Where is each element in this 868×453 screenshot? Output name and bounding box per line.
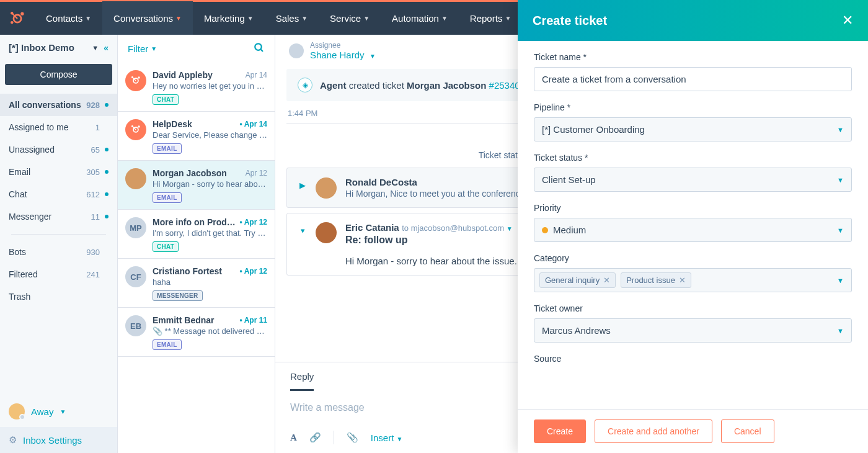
source-label: Source xyxy=(534,354,852,364)
folder-unassigned[interactable]: Unassigned65 xyxy=(0,138,117,161)
chevron-down-icon[interactable]: ▼ xyxy=(92,44,99,52)
folder-assigned-to-me[interactable]: Assigned to me1 xyxy=(0,116,117,138)
font-icon[interactable]: A xyxy=(290,433,297,443)
conversation-item[interactable]: Morgan JacobsonApr 12Hi Morgan - sorry t… xyxy=(118,161,275,210)
svg-point-1 xyxy=(20,12,24,15)
panel-title: Create ticket xyxy=(533,14,607,28)
remove-chip-icon[interactable]: ✕ xyxy=(679,276,686,285)
compose-button[interactable]: Compose xyxy=(5,64,112,85)
chevron-down-icon[interactable]: ▾ xyxy=(298,226,307,235)
pipeline-select[interactable]: [*] Customer Onboarding▼ xyxy=(534,117,852,141)
away-label: Away xyxy=(31,406,53,417)
channel-badge: CHAT xyxy=(153,94,179,105)
gear-icon: ⚙ xyxy=(9,434,17,446)
conversation-list: Filter ▼ David ApplebyApr 14Hey no worri… xyxy=(118,35,275,453)
channel-badge: EMAIL xyxy=(153,339,182,350)
search-icon[interactable] xyxy=(254,42,265,55)
chevron-down-icon: ▼ xyxy=(837,327,844,334)
nav-contacts[interactable]: Contacts ▼ xyxy=(35,1,102,36)
chevron-right-icon[interactable]: ▶ xyxy=(298,181,307,190)
remove-chip-icon[interactable]: ✕ xyxy=(603,276,610,285)
presence-away[interactable]: Away ▼ xyxy=(0,396,117,427)
nav-sales[interactable]: Sales ▼ xyxy=(265,1,319,36)
filter-dropdown[interactable]: Filter ▼ xyxy=(128,43,157,54)
ticket-name-label: Ticket name * xyxy=(534,52,852,62)
svg-point-4 xyxy=(11,12,13,14)
folder-email[interactable]: Email305 xyxy=(0,161,117,183)
chevron-down-icon: ▼ xyxy=(505,15,511,22)
owner-label: Ticket owner xyxy=(534,303,852,313)
category-select[interactable]: General inquiry ✕Product issue ✕▼ xyxy=(534,268,852,292)
inbox-settings[interactable]: ⚙ Inbox Settings xyxy=(0,427,117,453)
inbox-title[interactable]: [*] Inbox Demo xyxy=(9,42,87,53)
chevron-down-icon: ▼ xyxy=(837,176,844,184)
folder-chat[interactable]: Chat612 xyxy=(0,183,117,205)
hubspot-icon xyxy=(125,119,146,140)
create-button[interactable]: Create xyxy=(534,419,586,443)
folder-filtered[interactable]: Filtered241 xyxy=(0,263,117,285)
status-select[interactable]: Client Set-up▼ xyxy=(534,168,852,192)
link-icon[interactable]: 🔗 xyxy=(309,432,321,443)
sender-name: Eric Catania xyxy=(345,222,399,233)
contact-avatar: MP xyxy=(125,217,146,238)
collapse-icon[interactable]: « xyxy=(104,43,108,53)
owner-select[interactable]: Marcus Andrews▼ xyxy=(534,318,852,343)
insert-dropdown[interactable]: Insert ▼ xyxy=(371,433,403,443)
category-chip: Product issue ✕ xyxy=(621,272,691,288)
channel-badge: MESSENGER xyxy=(153,290,203,301)
chevron-down-icon: ▼ xyxy=(85,15,91,22)
nav-marketing[interactable]: Marketing ▼ xyxy=(193,1,265,36)
contact-avatar xyxy=(125,168,146,189)
chevron-down-icon: ▼ xyxy=(60,408,66,415)
sidebar: [*] Inbox Demo ▼ « Compose All conversat… xyxy=(0,35,118,453)
svg-line-6 xyxy=(260,49,263,52)
nav-automation[interactable]: Automation ▼ xyxy=(381,1,459,36)
folder-messenger[interactable]: Messenger11 xyxy=(0,205,117,228)
folder-bots[interactable]: Bots930 xyxy=(0,241,117,263)
reply-tab[interactable]: Reply xyxy=(290,371,314,391)
recipient[interactable]: to mjacobson@hubspot.com ▼ xyxy=(402,223,512,233)
assignee-avatar xyxy=(289,43,304,58)
chevron-down-icon: ▼ xyxy=(837,126,844,133)
ticket-name-input[interactable] xyxy=(534,67,852,91)
folder-all-conversations[interactable]: All conversations928 xyxy=(0,94,117,116)
channel-badge: CHAT xyxy=(153,241,179,252)
svg-point-12 xyxy=(138,125,140,127)
conversation-item[interactable]: MPMore info on Produ…• Apr 12I'm sorry, … xyxy=(118,210,275,259)
nav-reports[interactable]: Reports ▼ xyxy=(459,1,522,36)
conversation-item[interactable]: David ApplebyApr 14Hey no worries let ge… xyxy=(118,63,275,112)
conversation-item[interactable]: HelpDesk• Apr 14Dear Service, Please cha… xyxy=(118,112,275,161)
channel-badge: EMAIL xyxy=(153,143,182,154)
folder-trash[interactable]: Trash xyxy=(0,285,117,308)
create-ticket-panel: Create ticket ✕ Ticket name * Pipeline *… xyxy=(518,0,868,453)
svg-point-14 xyxy=(131,125,133,127)
sender-avatar xyxy=(316,222,337,243)
settings-label: Inbox Settings xyxy=(23,435,82,446)
nav-conversations[interactable]: Conversations ▼ xyxy=(102,1,193,36)
conversation-item[interactable]: EBEmmitt Bednar• Apr 11📎 ** Message not … xyxy=(118,308,275,357)
user-avatar xyxy=(9,403,25,419)
cancel-button[interactable]: Cancel xyxy=(721,419,774,443)
nav-service[interactable]: Service ▼ xyxy=(319,1,381,36)
svg-point-8 xyxy=(138,76,140,78)
hubspot-logo[interactable] xyxy=(0,1,35,36)
category-label: Category xyxy=(534,253,852,263)
chevron-down-icon: ▼ xyxy=(301,15,308,22)
hubspot-icon xyxy=(125,70,146,91)
svg-point-10 xyxy=(131,76,133,78)
close-icon[interactable]: ✕ xyxy=(842,12,853,29)
channel-badge: EMAIL xyxy=(153,192,182,203)
chevron-down-icon: ▼ xyxy=(151,45,157,52)
svg-point-2 xyxy=(11,20,13,23)
conversation-item[interactable]: CFCristiano Fortest• Apr 12hahaMESSENGER xyxy=(118,259,275,308)
priority-select[interactable]: Medium▼ xyxy=(534,218,852,242)
pipeline-label: Pipeline * xyxy=(534,102,852,112)
assignee-label: Assignee xyxy=(310,41,376,50)
attachment-icon[interactable]: 📎 xyxy=(347,432,358,443)
category-chip: General inquiry ✕ xyxy=(539,272,616,288)
contact-avatar: CF xyxy=(125,266,146,287)
svg-point-5 xyxy=(255,43,262,50)
chevron-down-icon[interactable]: ▼ xyxy=(837,277,846,284)
assignee-select[interactable]: Shane Hardy ▼ xyxy=(310,50,376,61)
create-another-button[interactable]: Create and add another xyxy=(595,419,712,443)
